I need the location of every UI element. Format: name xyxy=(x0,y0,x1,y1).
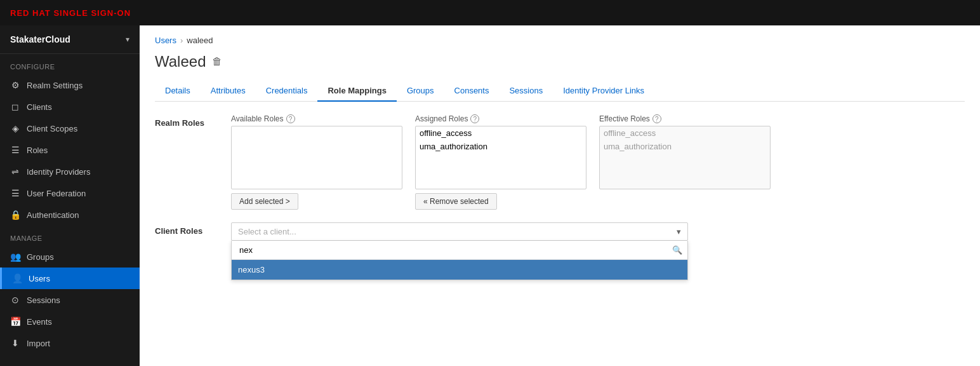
search-icon: 🔍 xyxy=(672,245,682,255)
user-federation-icon: ☰ xyxy=(10,188,20,198)
sidebar-item-label: Sessions xyxy=(27,295,60,305)
tab-role-mappings[interactable]: Role Mappings xyxy=(317,81,396,102)
roles-section: Realm Roles Available Roles ? Add selec xyxy=(155,114,965,280)
sidebar-item-user-federation[interactable]: ☰ User Federation xyxy=(0,182,140,204)
import-icon: ⬇ xyxy=(10,338,20,348)
tab-sessions[interactable]: Sessions xyxy=(499,81,553,102)
tab-consents[interactable]: Consents xyxy=(444,81,500,102)
assigned-role-option[interactable]: uma_authorization xyxy=(416,140,586,153)
sidebar-item-client-scopes[interactable]: ◈ Client Scopes xyxy=(0,118,140,139)
realm-roles-label: Realm Roles xyxy=(155,114,231,128)
assigned-roles-help-icon[interactable]: ? xyxy=(470,114,479,123)
sidebar-item-label: Authentication xyxy=(27,210,79,220)
chevron-down-icon: ▾ xyxy=(126,35,129,44)
dropdown-option-nexus3[interactable]: nexus3 xyxy=(232,260,687,280)
sidebar-item-label: Identity Providers xyxy=(27,167,90,177)
effective-roles-listbox: offline_access uma_authorization xyxy=(599,126,771,189)
sidebar-item-label: Client Scopes xyxy=(27,124,77,133)
sidebar-item-realm-settings[interactable]: ⚙ Realm Settings xyxy=(0,74,140,96)
logo-red: RED HAT xyxy=(10,8,51,18)
assigned-roles-listbox[interactable]: offline_access uma_authorization xyxy=(415,126,586,189)
assigned-role-option[interactable]: offline_access xyxy=(416,126,586,140)
realm-name: StakaterCloud xyxy=(10,34,70,44)
sidebar-item-label: Import xyxy=(27,339,50,348)
tab-credentials[interactable]: Credentials xyxy=(256,81,318,102)
sidebar-item-sessions[interactable]: ⊙ Sessions xyxy=(0,289,140,311)
effective-role-option: uma_authorization xyxy=(600,140,770,153)
realm-roles-row: Realm Roles Available Roles ? Add selec xyxy=(155,114,965,210)
sidebar-item-users[interactable]: 👤 Users xyxy=(0,268,140,289)
page-title: Waleed xyxy=(155,53,206,71)
events-icon: 📅 xyxy=(10,316,20,327)
chevron-down-icon: ▾ xyxy=(677,227,681,236)
main-content: Users › waleed Waleed 🗑 Details Attribut… xyxy=(140,25,980,366)
sidebar-item-clients[interactable]: ◻ Clients xyxy=(0,96,140,118)
sidebar-item-groups[interactable]: 👥 Groups xyxy=(0,246,140,268)
sidebar-item-label: Roles xyxy=(27,146,48,155)
sidebar-item-identity-providers[interactable]: ⇌ Identity Providers xyxy=(0,161,140,182)
client-select-placeholder: Select a client... xyxy=(238,227,677,236)
remove-selected-btn-wrapper: « Remove selected xyxy=(415,193,586,210)
clients-icon: ◻ xyxy=(10,102,20,112)
sessions-icon: ⊙ xyxy=(10,295,20,305)
sidebar-item-roles[interactable]: ☰ Roles xyxy=(0,139,140,161)
available-roles-header: Available Roles ? xyxy=(231,114,402,123)
client-roles-row: Client Roles Select a client... ▾ xyxy=(155,222,965,280)
user-icon: 👤 xyxy=(12,273,22,283)
topbar: RED HAT SINGLE SIGN-ON xyxy=(0,0,980,25)
configure-section-label: Configure xyxy=(0,54,140,74)
tab-identity-provider-links[interactable]: Identity Provider Links xyxy=(553,81,654,102)
delete-icon[interactable]: 🗑 xyxy=(212,56,222,67)
remove-selected-button[interactable]: « Remove selected xyxy=(415,193,497,210)
client-roles-label: Client Roles xyxy=(155,222,231,236)
realm-selector[interactable]: StakaterCloud ▾ xyxy=(0,25,140,54)
breadcrumb-separator: › xyxy=(180,36,183,45)
tabs: Details Attributes Credentials Role Mapp… xyxy=(155,81,965,102)
tab-attributes[interactable]: Attributes xyxy=(201,81,256,102)
add-selected-btn-wrapper: Add selected > xyxy=(231,193,402,210)
available-roles-help-icon[interactable]: ? xyxy=(286,114,295,123)
add-selected-button[interactable]: Add selected > xyxy=(231,193,298,210)
sidebar-item-label: Clients xyxy=(27,102,52,112)
sidebar-item-label: Realm Settings xyxy=(27,81,83,90)
sidebar-item-label: Groups xyxy=(27,252,54,262)
effective-roles-help-icon[interactable]: ? xyxy=(652,114,661,123)
page-header: Waleed 🗑 xyxy=(155,53,965,71)
groups-icon: 👥 xyxy=(10,252,20,262)
client-select-display[interactable]: Select a client... ▾ xyxy=(231,222,688,241)
effective-roles-header: Effective Roles ? xyxy=(599,114,771,123)
sidebar: StakaterCloud ▾ Configure ⚙ Realm Settin… xyxy=(0,25,140,366)
breadcrumb-users-link[interactable]: Users xyxy=(155,36,176,45)
identity-providers-icon: ⇌ xyxy=(10,166,20,177)
breadcrumb-current: waleed xyxy=(187,36,213,45)
dropdown-search-wrapper: 🔍 xyxy=(232,241,687,260)
tab-groups[interactable]: Groups xyxy=(397,81,444,102)
client-select-wrapper: Select a client... ▾ xyxy=(231,222,688,241)
client-scopes-icon: ◈ xyxy=(10,123,20,133)
tab-details[interactable]: Details xyxy=(155,81,201,102)
client-dropdown-popup: 🔍 nexus3 xyxy=(231,241,688,280)
sidebar-item-label: User Federation xyxy=(27,189,86,198)
client-roles-content: Select a client... ▾ 🔍 nexus3 xyxy=(231,222,688,280)
app-logo: RED HAT SINGLE SIGN-ON xyxy=(10,8,131,18)
sidebar-item-events[interactable]: 📅 Events xyxy=(0,311,140,332)
roles-icon: ☰ xyxy=(10,145,20,155)
main-layout: StakaterCloud ▾ Configure ⚙ Realm Settin… xyxy=(0,25,980,366)
manage-section-label: Manage xyxy=(0,226,140,246)
sidebar-item-label: Events xyxy=(27,317,52,327)
available-roles-col: Available Roles ? Add selected > xyxy=(231,114,402,210)
sidebar-item-label: Users xyxy=(29,274,50,283)
assigned-roles-col: Assigned Roles ? offline_access uma_auth… xyxy=(415,114,586,210)
roles-columns: Available Roles ? Add selected > xyxy=(231,114,965,210)
lock-icon: 🔒 xyxy=(10,210,20,220)
client-search-input[interactable] xyxy=(237,243,672,257)
sidebar-item-authentication[interactable]: 🔒 Authentication xyxy=(0,204,140,226)
assigned-roles-header: Assigned Roles ? xyxy=(415,114,586,123)
effective-role-option: offline_access xyxy=(600,126,770,140)
gear-icon: ⚙ xyxy=(10,80,20,90)
content-inner: Users › waleed Waleed 🗑 Details Attribut… xyxy=(140,25,980,366)
sidebar-item-import[interactable]: ⬇ Import xyxy=(0,332,140,354)
effective-roles-col: Effective Roles ? offline_access uma_aut… xyxy=(599,114,771,189)
breadcrumb: Users › waleed xyxy=(155,36,965,45)
available-roles-listbox[interactable] xyxy=(231,126,402,189)
